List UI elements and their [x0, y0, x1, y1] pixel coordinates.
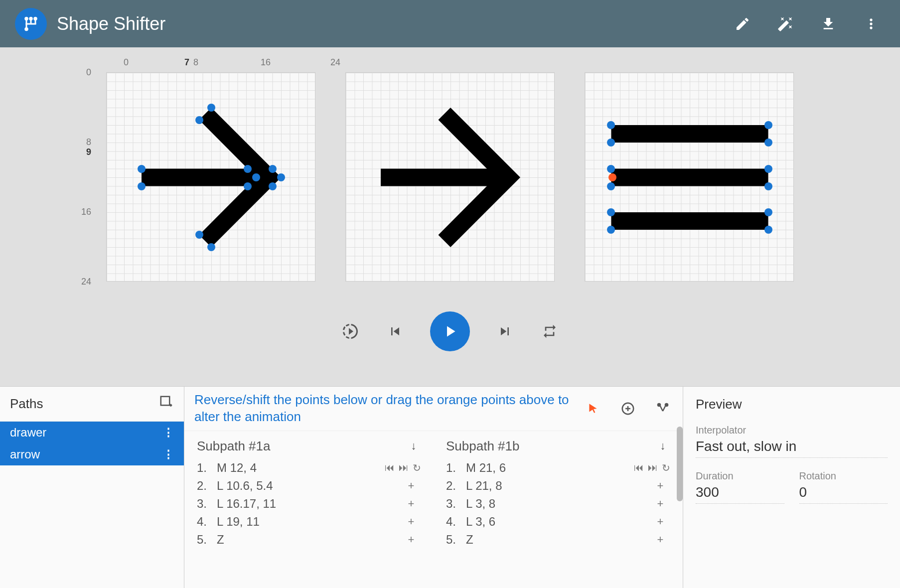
scrollbar[interactable]	[677, 427, 683, 501]
add-icon[interactable]: +	[401, 533, 421, 546]
reverse-icon[interactable]: ↓	[655, 439, 670, 453]
duration-label: Duration	[696, 470, 784, 482]
control-point[interactable]	[764, 139, 772, 147]
cmd-row[interactable]: 2.L 21, 8+	[446, 477, 670, 495]
svg-rect-9	[611, 169, 768, 186]
path-label: drawer	[10, 426, 46, 440]
interpolator-select[interactable]: Fast out, slow in	[696, 439, 888, 458]
control-point[interactable]	[244, 182, 252, 190]
cmd-row[interactable]: 5.Z+	[197, 531, 421, 549]
cmd-row[interactable]: 2.L 10.6, 5.4+	[197, 477, 421, 495]
cmd-row[interactable]: 1.M 12, 4⏮⏭↻	[197, 459, 421, 477]
control-point[interactable]	[244, 165, 252, 173]
cycle-icon[interactable]: ↻	[413, 462, 421, 474]
control-point[interactable]	[607, 121, 615, 129]
add-path-icon[interactable]	[159, 395, 174, 413]
control-point[interactable]	[764, 208, 772, 216]
control-point[interactable]	[607, 208, 615, 216]
more-vert-icon[interactable]	[857, 10, 885, 38]
control-point[interactable]	[207, 243, 215, 251]
control-point[interactable]	[269, 165, 277, 173]
skip-previous-icon[interactable]	[385, 321, 405, 341]
add-icon[interactable]: +	[401, 479, 421, 492]
control-point[interactable]	[195, 116, 203, 124]
control-point[interactable]	[138, 165, 146, 173]
repeat-icon[interactable]	[540, 321, 560, 341]
app-header: Shape Shifter	[0, 0, 900, 47]
control-point[interactable]	[764, 165, 772, 173]
add-icon[interactable]: +	[650, 533, 670, 546]
svg-point-7	[24, 27, 28, 31]
control-point[interactable]	[764, 226, 772, 234]
control-point[interactable]	[277, 173, 285, 181]
bottom-panel: Paths drawer ⋮ arrow ⋮ Reverse/shift the…	[0, 386, 900, 588]
shift-forward-icon[interactable]: ⏭	[648, 462, 658, 474]
rotation-input[interactable]: 0	[799, 484, 888, 504]
cursor-icon[interactable]	[583, 399, 603, 419]
add-icon[interactable]: +	[401, 515, 421, 528]
play-button[interactable]	[430, 311, 470, 351]
path-label: arrow	[10, 447, 40, 461]
subpath-col-a: Subpath #1a ↓ 1.M 12, 4⏮⏭↻ 2.L 10.6, 5.4…	[184, 431, 434, 588]
download-icon[interactable]	[814, 10, 842, 38]
shift-back-icon[interactable]: ⏮	[634, 462, 644, 474]
add-point-icon[interactable]	[618, 399, 638, 419]
paths-title: Paths	[10, 396, 43, 412]
canvas-area: 0 7 8 16 24 0 8 9 16 24	[0, 47, 900, 386]
control-point[interactable]	[607, 182, 615, 190]
cmd-row[interactable]: 5.Z+	[446, 531, 670, 549]
interpolator-label: Interpolator	[696, 425, 888, 436]
preview-panel: Preview Interpolator Fast out, slow in D…	[683, 387, 900, 588]
path-more-icon[interactable]: ⋮	[163, 426, 174, 439]
paths-header: Paths	[0, 387, 184, 422]
control-point[interactable]	[607, 226, 615, 234]
subpaths-panel: Reverse/shift the points below or drag t…	[184, 387, 683, 588]
control-point[interactable]	[252, 173, 260, 181]
add-icon[interactable]: +	[650, 497, 670, 510]
app-logo	[15, 8, 47, 40]
start-canvas-wrap: 0 7 8 16 24 0 8 9 16 24	[106, 72, 315, 282]
control-point[interactable]	[207, 104, 215, 112]
end-canvas[interactable]	[585, 72, 794, 282]
paths-panel: Paths drawer ⋮ arrow ⋮	[0, 387, 184, 588]
duration-input[interactable]: 300	[696, 484, 784, 504]
control-point-orange[interactable]	[608, 173, 616, 181]
cycle-icon[interactable]: ↻	[662, 462, 670, 474]
subpath-title: Subpath #1b	[446, 439, 519, 454]
shift-back-icon[interactable]: ⏮	[385, 462, 395, 474]
auto-fix-icon[interactable]	[771, 10, 799, 38]
control-point[interactable]	[764, 182, 772, 190]
subpaths-columns: Subpath #1a ↓ 1.M 12, 4⏮⏭↻ 2.L 10.6, 5.4…	[184, 431, 683, 588]
cmd-row[interactable]: 3.L 3, 8+	[446, 495, 670, 513]
control-point[interactable]	[607, 165, 615, 173]
add-icon[interactable]: +	[650, 515, 670, 528]
svg-marker-11	[349, 328, 353, 335]
reverse-icon[interactable]: ↓	[406, 439, 421, 453]
path-more-icon[interactable]: ⋮	[163, 448, 174, 461]
edit-icon[interactable]	[729, 10, 756, 38]
hint-text: Reverse/shift the points below or drag t…	[194, 392, 573, 426]
control-point[interactable]	[138, 182, 146, 190]
control-point[interactable]	[607, 139, 615, 147]
path-item-arrow[interactable]: arrow ⋮	[0, 443, 184, 465]
control-point[interactable]	[764, 121, 772, 129]
svg-rect-8	[611, 125, 768, 143]
preview-canvas[interactable]	[345, 72, 555, 282]
svg-rect-5	[35, 18, 36, 24]
add-icon[interactable]: +	[650, 479, 670, 492]
cmd-row[interactable]: 4.L 19, 11+	[197, 513, 421, 531]
shift-forward-icon[interactable]: ⏭	[399, 462, 409, 474]
slow-motion-icon[interactable]	[340, 321, 360, 341]
start-canvas[interactable]	[106, 72, 315, 282]
cmd-row[interactable]: 4.L 3, 6+	[446, 513, 670, 531]
control-point[interactable]	[269, 182, 277, 190]
cmd-row[interactable]: 3.L 16.17, 11+	[197, 495, 421, 513]
playback-controls	[340, 311, 560, 351]
end-canvas-wrap	[585, 72, 794, 282]
cmd-row[interactable]: 1.M 21, 6⏮⏭↻	[446, 459, 670, 477]
add-icon[interactable]: +	[401, 497, 421, 510]
control-point[interactable]	[195, 231, 203, 239]
skip-next-icon[interactable]	[495, 321, 515, 341]
path-item-drawer[interactable]: drawer ⋮	[0, 422, 184, 443]
split-icon[interactable]	[653, 399, 673, 419]
